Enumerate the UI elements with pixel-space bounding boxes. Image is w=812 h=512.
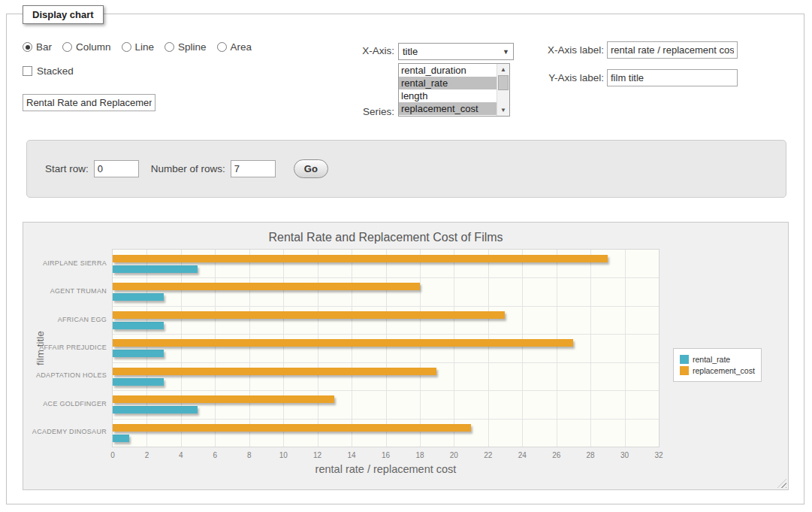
legend-swatch-rental_rate <box>680 355 689 364</box>
category-label: AGENT TRUMAN <box>21 287 107 295</box>
radio-icon <box>165 42 174 52</box>
bar-replacement_cost <box>113 424 471 432</box>
x-tick-label: 2 <box>131 451 161 459</box>
legend-item: rental_rate <box>680 355 755 364</box>
gridline-vertical <box>488 250 489 447</box>
radio-icon <box>217 42 227 52</box>
select-value: title <box>403 46 418 57</box>
x-axis-select-label: X-Axis: <box>304 45 394 56</box>
radio-label: Bar <box>36 41 52 53</box>
gridline-horizontal <box>113 390 659 391</box>
series-option[interactable]: rental_duration <box>399 64 497 77</box>
bar-replacement_cost <box>113 395 334 403</box>
x-tick-label: 0 <box>98 451 128 459</box>
chart-type-option-column[interactable]: Column <box>62 41 111 53</box>
gridline-horizontal <box>113 306 659 307</box>
gridline-horizontal <box>113 419 659 420</box>
chart-type-radiogroup: Bar Column Line Spline Area <box>23 41 252 53</box>
chart-title-input[interactable] <box>23 94 155 111</box>
series-option[interactable]: length <box>399 89 497 102</box>
x-tick-label: 18 <box>405 451 435 459</box>
bar-rental_rate <box>113 350 164 357</box>
category-label: AIRPLANE SIERRA <box>21 259 107 267</box>
radio-icon <box>62 42 72 52</box>
gridline-horizontal <box>113 334 659 335</box>
chart-type-option-area[interactable]: Area <box>217 41 252 53</box>
gridline-vertical <box>557 250 557 447</box>
gridline-vertical <box>181 250 182 447</box>
radio-icon <box>23 42 32 52</box>
bar-rental_rate <box>113 378 164 386</box>
bar-rental_rate <box>113 406 198 414</box>
bar-rental_rate <box>113 265 198 273</box>
gridline-vertical <box>352 250 352 447</box>
legend-item: replacement_cost <box>680 366 755 375</box>
gridline-vertical <box>318 250 318 447</box>
fieldset-legend: Display chart <box>23 5 104 24</box>
chart-type-option-spline[interactable]: Spline <box>165 41 207 53</box>
scrollbar-down-icon[interactable]: ▼ <box>497 105 509 116</box>
go-button[interactable]: Go <box>294 159 328 178</box>
series-option[interactable]: rental_rate <box>399 77 497 89</box>
gridline-vertical <box>625 250 626 447</box>
start-row-input[interactable] <box>94 160 139 177</box>
x-tick-label: 22 <box>473 451 503 459</box>
x-tick-label: 28 <box>575 451 605 459</box>
x-tick-label: 12 <box>303 451 333 459</box>
gridline-vertical <box>386 250 387 447</box>
category-label: ACADEMY DINOSAUR <box>21 428 107 435</box>
bar-replacement_cost <box>113 283 420 290</box>
stacked-checkbox[interactable]: Stacked <box>23 65 74 77</box>
y-axis-label-input[interactable] <box>607 69 738 86</box>
chart-title: Rental Rate and Replacement Cost of Film… <box>112 231 660 244</box>
gridline-vertical <box>454 250 454 447</box>
gridline-vertical <box>522 250 523 447</box>
gridline-horizontal <box>113 362 659 363</box>
bar-replacement_cost <box>113 368 436 375</box>
start-row-label: Start row: <box>45 163 89 174</box>
chart-panel: Rental Rate and Replacement Cost of Film… <box>23 222 789 490</box>
radio-label: Spline <box>178 41 207 53</box>
series-listbox-options: rental_durationrental_ratelengthreplacem… <box>399 64 497 116</box>
gridline-vertical <box>590 250 591 447</box>
x-tick-label: 20 <box>439 451 469 459</box>
display-chart-fieldset: Display chart Bar Column Line Spline Are… <box>6 14 804 504</box>
gridline-vertical <box>146 250 147 447</box>
resize-grip-icon[interactable] <box>777 479 786 488</box>
plot-area: rental rate / replacement cost AIRPLANE … <box>112 249 660 447</box>
series-option[interactable]: replacement_cost <box>399 102 497 115</box>
x-tick-label: 14 <box>337 451 367 459</box>
category-label: AFFAIR PREJUDICE <box>21 344 107 351</box>
legend-label: replacement_cost <box>693 366 755 375</box>
legend-label: rental_rate <box>693 355 730 364</box>
bar-rental_rate <box>113 293 164 301</box>
bar-replacement_cost <box>113 339 573 347</box>
chart-type-option-bar[interactable]: Bar <box>23 41 52 53</box>
x-axis-label-input[interactable] <box>607 41 738 59</box>
legend-swatch-replacement_cost <box>680 366 689 375</box>
x-tick-label: 16 <box>371 451 401 459</box>
x-tick-label: 24 <box>507 451 537 459</box>
gridline-horizontal <box>113 277 659 278</box>
category-label: ACE GOLDFINGER <box>21 400 107 407</box>
stacked-label: Stacked <box>37 65 74 77</box>
x-tick-label: 30 <box>610 451 640 459</box>
number-of-rows-label: Number of rows: <box>151 163 225 174</box>
bar-rental_rate <box>113 435 129 442</box>
chart-type-option-line[interactable]: Line <box>122 41 155 53</box>
gridline-vertical <box>249 250 250 447</box>
x-tick-label: 6 <box>200 451 230 459</box>
x-axis-label-label: X-Axis label: <box>488 44 604 56</box>
bar-replacement_cost <box>113 255 608 262</box>
chart-legend: rental_ratereplacement_cost <box>673 348 762 382</box>
gridline-vertical <box>215 250 216 447</box>
y-axis-label-label: Y-Axis label: <box>488 72 604 83</box>
category-label: ADAPTATION HOLES <box>21 371 107 379</box>
gridline-vertical <box>420 250 421 447</box>
radio-icon <box>122 42 131 52</box>
series-listbox-label: Series: <box>304 106 394 117</box>
x-tick-label: 8 <box>234 451 264 459</box>
number-of-rows-input[interactable] <box>231 160 276 177</box>
checkbox-icon <box>23 66 32 76</box>
series-listbox[interactable]: rental_durationrental_ratelengthreplacem… <box>398 63 510 117</box>
